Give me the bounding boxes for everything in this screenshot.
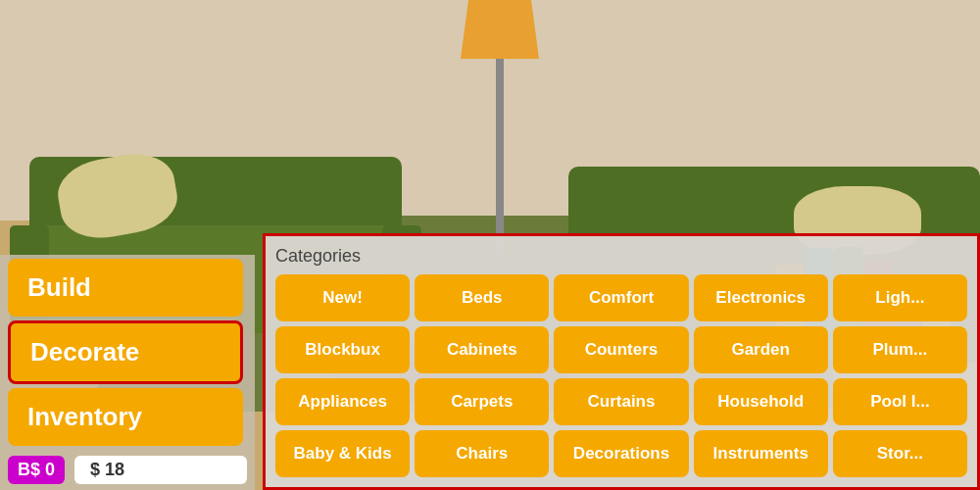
category-button-plum---[interactable]: Plum... [833,326,967,373]
category-button-new-[interactable]: New! [275,274,410,321]
category-button-blockbux[interactable]: Blockbux [275,326,410,373]
category-button-ligh---[interactable]: Ligh... [833,274,967,321]
balance-value: $ 18 [74,456,247,484]
balance-label: B$ 0 [8,456,65,484]
lamp-shade [461,0,539,59]
build-button[interactable]: Build [8,259,243,317]
lamp [461,0,539,255]
category-button-garden[interactable]: Garden [694,326,828,373]
category-button-beds[interactable]: Beds [415,274,549,321]
category-button-comfort[interactable]: Comfort [554,274,688,321]
category-button-chairs[interactable]: Chairs [415,430,549,477]
category-button-pool-i---[interactable]: Pool I... [833,378,967,425]
balance-row: B$ 0 $ 18 [0,450,255,490]
panel-title: Categories [275,246,967,267]
left-sidebar: Build Decorate Inventory B$ 0 $ 18 [0,255,255,490]
category-button-appliances[interactable]: Appliances [275,378,410,425]
category-button-counters[interactable]: Counters [554,326,688,373]
category-button-decorations[interactable]: Decorations [554,430,688,477]
category-button-electronics[interactable]: Electronics [694,274,828,321]
category-button-curtains[interactable]: Curtains [554,378,688,425]
main-panel: Categories New!BedsComfortElectronicsLig… [263,233,980,490]
category-button-baby---kids[interactable]: Baby & Kids [275,430,410,477]
lamp-pole [496,59,504,255]
category-button-stor---[interactable]: Stor... [833,430,967,477]
inventory-button[interactable]: Inventory [8,388,243,446]
category-button-cabinets[interactable]: Cabinets [415,326,549,373]
category-button-carpets[interactable]: Carpets [415,378,549,425]
category-button-household[interactable]: Household [694,378,828,425]
category-button-instruments[interactable]: Instruments [694,430,828,477]
categories-grid: New!BedsComfortElectronicsLigh...Blockbu… [275,274,967,477]
decorate-button[interactable]: Decorate [8,320,243,384]
